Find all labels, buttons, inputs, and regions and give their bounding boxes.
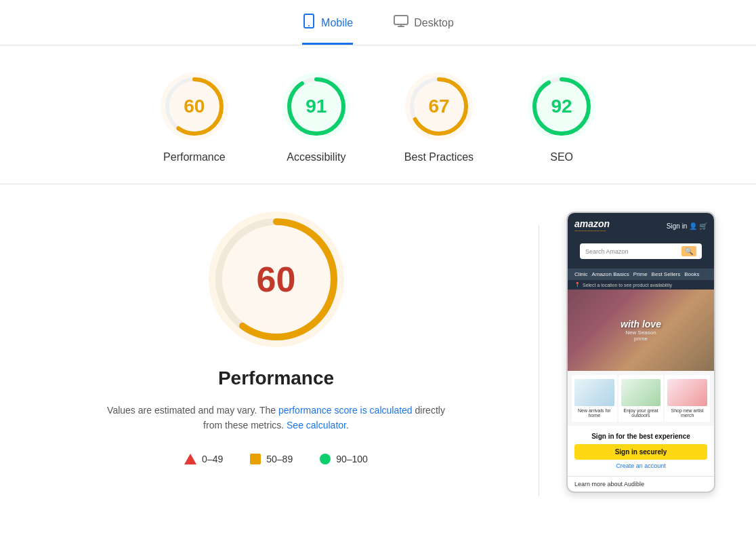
phone-cards: New arrivals for home Enjoy your great o… — [568, 371, 714, 426]
tab-desktop[interactable]: Desktop — [394, 14, 454, 45]
legend-orange-label: 50–89 — [266, 454, 293, 464]
vertical-divider — [539, 225, 539, 496]
desc-start: Values are estimated and may vary. The — [107, 405, 278, 416]
red-triangle-icon — [184, 454, 196, 464]
desktop-icon — [394, 15, 408, 31]
phone-search-btn[interactable]: 🔍 — [681, 246, 696, 256]
phone-footer: Learn more about Audible — [568, 476, 714, 492]
phone-header-signin: Sign in 👤 🛒 — [667, 222, 707, 230]
circle-best-practices: 67 — [405, 73, 473, 140]
score-value-accessibility: 91 — [306, 96, 327, 117]
phone-location: 📍 Select a location to see product avail… — [568, 280, 714, 290]
desc-end: . — [346, 420, 349, 431]
big-score-value: 60 — [257, 259, 296, 300]
svg-rect-2 — [394, 16, 408, 24]
score-label-best-practices: Best Practices — [404, 151, 474, 163]
phone-card-1: New arrivals for home — [572, 375, 617, 422]
description-text: Values are estimated and may vary. The p… — [107, 403, 446, 433]
tab-desktop-label: Desktop — [414, 17, 454, 29]
main-content: 60 Performance Values are estimated and … — [0, 184, 756, 523]
phone-card-label-1: New arrivals for home — [574, 408, 614, 418]
score-accessibility: 91 Accessibility — [282, 73, 350, 163]
tab-mobile[interactable]: Mobile — [302, 14, 353, 45]
legend-green: 90–100 — [320, 454, 368, 464]
phone-card-3: Shop new artist merch — [665, 375, 710, 422]
score-label-accessibility: Accessibility — [287, 151, 345, 163]
phone-nav: Clinic Amazon Basics Prime Best Sellers … — [568, 268, 714, 280]
orange-square-icon — [250, 454, 261, 464]
score-seo: 92 SEO — [528, 73, 595, 163]
phone-card-2: Enjoy your great outdoors — [618, 375, 664, 422]
phone-header: amazon ~~~~~~~~~~ Sign in 👤 🛒 — [568, 213, 714, 239]
score-label-seo: SEO — [550, 151, 573, 163]
phone-hero-text: with love — [621, 319, 661, 330]
phone-hero-sub: New Seasonprime — [621, 330, 661, 342]
circle-accessibility: 91 — [282, 73, 350, 140]
phone-card-img-3 — [667, 379, 707, 406]
phone-footer-text: Learn more about Audible — [574, 481, 644, 488]
right-panel: amazon ~~~~~~~~~~ Sign in 👤 🛒 Search Ama… — [566, 212, 715, 493]
phone-create-account-link[interactable]: Create an account — [574, 462, 707, 469]
score-value-performance: 60 — [184, 96, 205, 117]
legend-orange: 50–89 — [250, 454, 293, 464]
green-circle-icon — [320, 454, 331, 464]
phone-signin-section: Sign in for the best experience Sign in … — [568, 426, 714, 476]
score-best-practices: 67 Best Practices — [404, 73, 474, 163]
circle-seo: 92 — [528, 73, 595, 140]
circle-performance: 60 — [161, 73, 228, 140]
legend: 0–49 50–89 90–100 — [184, 454, 368, 464]
legend-green-label: 90–100 — [336, 454, 368, 464]
amazon-smile: ~~~~~~~~~~ — [574, 228, 610, 234]
phone-location-text: Select a location to see product availab… — [583, 283, 672, 287]
tab-bar: Mobile Desktop — [0, 0, 756, 45]
phone-card-label-3: Shop new artist merch — [667, 408, 707, 418]
score-value-seo: 92 — [551, 96, 572, 117]
amazon-logo: amazon ~~~~~~~~~~ — [574, 218, 610, 234]
phone-card-label-2: Enjoy your great outdoors — [621, 408, 661, 418]
score-performance: 60 Performance — [161, 73, 228, 163]
phone-search-bar[interactable]: Search Amazon 🔍 — [580, 243, 702, 259]
phone-signin-heading: Sign in for the best experience — [574, 433, 707, 440]
phone-search-text: Search Amazon — [585, 248, 681, 255]
phone-signin-button[interactable]: Sign in securely — [574, 444, 707, 460]
phone-hero: with love New Seasonprime — [568, 290, 714, 371]
phone-nav-bestsellers[interactable]: Best Sellers — [652, 271, 681, 277]
see-calculator-link[interactable]: See calculator — [287, 420, 346, 431]
phone-mockup: amazon ~~~~~~~~~~ Sign in 👤 🛒 Search Ama… — [566, 212, 715, 493]
legend-red: 0–49 — [184, 454, 223, 464]
mobile-icon — [302, 14, 316, 32]
score-value-best-practices: 67 — [428, 96, 449, 117]
scores-section: 60 Performance 91 Accessibility 67 Best … — [0, 45, 756, 184]
performance-score-link[interactable]: performance score is calculated — [278, 405, 413, 416]
phone-nav-basics[interactable]: Amazon Basics — [592, 271, 629, 277]
phone-card-img-1 — [574, 379, 614, 406]
main-score-title: Performance — [218, 367, 334, 389]
score-label-performance: Performance — [163, 151, 226, 163]
phone-nav-prime[interactable]: Prime — [633, 271, 648, 277]
phone-card-img-2 — [621, 379, 661, 406]
tab-mobile-label: Mobile — [321, 17, 353, 29]
svg-point-1 — [308, 25, 310, 26]
legend-red-label: 0–49 — [202, 454, 223, 464]
phone-nav-clinic[interactable]: Clinic — [574, 271, 588, 277]
phone-nav-books[interactable]: Books — [684, 271, 699, 277]
left-panel: 60 Performance Values are estimated and … — [41, 212, 511, 464]
big-score-circle: 60 — [209, 212, 344, 347]
